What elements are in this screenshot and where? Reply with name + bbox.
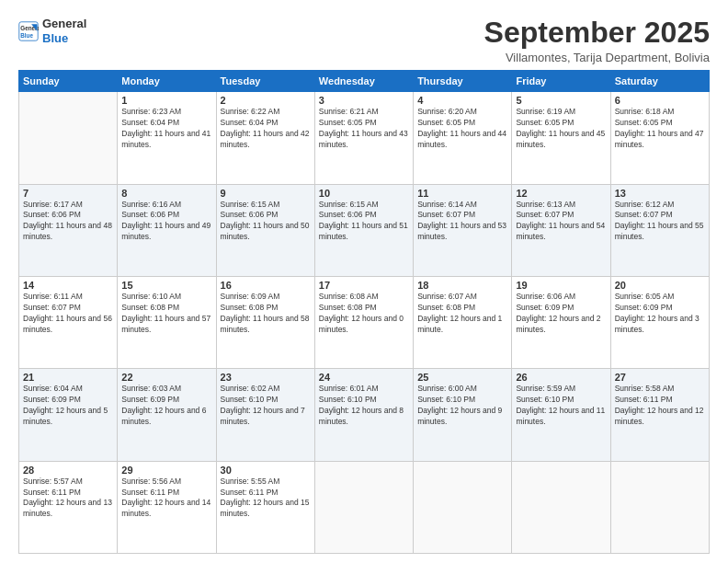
day-info: Sunrise: 6:15 AMSunset: 6:06 PMDaylight:…	[221, 200, 311, 244]
day-number: 21	[23, 372, 113, 383]
logo-text: General Blue	[42, 17, 86, 45]
day-number: 11	[417, 188, 507, 199]
day-number: 29	[121, 465, 211, 476]
day-number: 9	[221, 188, 311, 199]
table-cell: 6Sunrise: 6:18 AMSunset: 6:05 PMDaylight…	[610, 92, 709, 184]
day-info: Sunrise: 6:05 AMSunset: 6:09 PMDaylight:…	[615, 292, 705, 336]
calendar-row: 21Sunrise: 6:04 AMSunset: 6:09 PMDayligh…	[19, 369, 710, 461]
day-info: Sunrise: 6:06 AMSunset: 6:09 PMDaylight:…	[516, 292, 606, 336]
calendar-row: 14Sunrise: 6:11 AMSunset: 6:07 PMDayligh…	[19, 276, 710, 368]
day-info: Sunrise: 6:10 AMSunset: 6:08 PMDaylight:…	[121, 292, 211, 336]
col-saturday: Saturday	[610, 71, 709, 92]
table-cell: 7Sunrise: 6:17 AMSunset: 6:06 PMDaylight…	[19, 184, 118, 276]
day-info: Sunrise: 6:12 AMSunset: 6:07 PMDaylight:…	[615, 200, 705, 244]
day-info: Sunrise: 5:59 AMSunset: 6:10 PMDaylight:…	[516, 384, 606, 428]
day-number: 23	[221, 372, 311, 383]
calendar-table: Sunday Monday Tuesday Wednesday Thursday…	[18, 70, 710, 554]
title-section: September 2025 Villamontes, Tarija Depar…	[484, 17, 710, 64]
subtitle: Villamontes, Tarija Department, Bolivia	[484, 51, 710, 64]
table-cell: 13Sunrise: 6:12 AMSunset: 6:07 PMDayligh…	[610, 184, 709, 276]
day-number: 2	[221, 95, 311, 106]
day-info: Sunrise: 6:21 AMSunset: 6:05 PMDaylight:…	[319, 107, 409, 151]
day-number: 17	[319, 280, 409, 291]
table-cell: 8Sunrise: 6:16 AMSunset: 6:06 PMDaylight…	[118, 184, 216, 276]
table-cell: 26Sunrise: 5:59 AMSunset: 6:10 PMDayligh…	[512, 369, 610, 461]
day-info: Sunrise: 6:09 AMSunset: 6:08 PMDaylight:…	[221, 292, 311, 336]
table-cell: 24Sunrise: 6:01 AMSunset: 6:10 PMDayligh…	[314, 369, 413, 461]
day-number: 30	[221, 465, 311, 476]
day-number: 5	[516, 95, 606, 106]
day-number: 22	[121, 372, 211, 383]
page: General Blue General Blue September 2025…	[0, 0, 728, 563]
col-wednesday: Wednesday	[314, 71, 413, 92]
day-number: 4	[417, 95, 507, 106]
table-cell: 17Sunrise: 6:08 AMSunset: 6:08 PMDayligh…	[314, 276, 413, 368]
day-info: Sunrise: 5:58 AMSunset: 6:11 PMDaylight:…	[615, 384, 705, 428]
table-cell	[414, 461, 512, 553]
table-cell: 5Sunrise: 6:19 AMSunset: 6:05 PMDaylight…	[512, 92, 610, 184]
table-cell: 14Sunrise: 6:11 AMSunset: 6:07 PMDayligh…	[19, 276, 118, 368]
table-cell: 4Sunrise: 6:20 AMSunset: 6:05 PMDaylight…	[414, 92, 512, 184]
month-title: September 2025	[484, 17, 710, 49]
svg-text:Blue: Blue	[20, 32, 33, 39]
table-cell: 29Sunrise: 5:56 AMSunset: 6:11 PMDayligh…	[118, 461, 216, 553]
day-info: Sunrise: 5:57 AMSunset: 6:11 PMDaylight:…	[23, 477, 113, 521]
day-number: 15	[121, 280, 211, 291]
table-cell: 25Sunrise: 6:00 AMSunset: 6:10 PMDayligh…	[414, 369, 512, 461]
table-cell: 9Sunrise: 6:15 AMSunset: 6:06 PMDaylight…	[216, 184, 314, 276]
day-number: 16	[221, 280, 311, 291]
day-number: 27	[615, 372, 705, 383]
table-cell	[512, 461, 610, 553]
table-cell: 23Sunrise: 6:02 AMSunset: 6:10 PMDayligh…	[216, 369, 314, 461]
col-monday: Monday	[118, 71, 216, 92]
day-info: Sunrise: 6:07 AMSunset: 6:08 PMDaylight:…	[417, 292, 507, 336]
table-cell: 19Sunrise: 6:06 AMSunset: 6:09 PMDayligh…	[512, 276, 610, 368]
day-info: Sunrise: 6:02 AMSunset: 6:10 PMDaylight:…	[221, 384, 311, 428]
day-info: Sunrise: 6:08 AMSunset: 6:08 PMDaylight:…	[319, 292, 409, 336]
day-info: Sunrise: 6:04 AMSunset: 6:09 PMDaylight:…	[23, 384, 113, 428]
day-info: Sunrise: 5:55 AMSunset: 6:11 PMDaylight:…	[221, 477, 311, 521]
day-info: Sunrise: 6:14 AMSunset: 6:07 PMDaylight:…	[417, 200, 507, 244]
day-info: Sunrise: 6:17 AMSunset: 6:06 PMDaylight:…	[23, 200, 113, 244]
table-cell: 22Sunrise: 6:03 AMSunset: 6:09 PMDayligh…	[118, 369, 216, 461]
table-cell	[314, 461, 413, 553]
day-number: 26	[516, 372, 606, 383]
table-cell: 10Sunrise: 6:15 AMSunset: 6:06 PMDayligh…	[314, 184, 413, 276]
logo-line2: Blue	[42, 31, 68, 45]
day-number: 24	[319, 372, 409, 383]
day-number: 3	[319, 95, 409, 106]
calendar-row: 28Sunrise: 5:57 AMSunset: 6:11 PMDayligh…	[19, 461, 710, 553]
day-info: Sunrise: 6:19 AMSunset: 6:05 PMDaylight:…	[516, 107, 606, 151]
header: General Blue General Blue September 2025…	[18, 17, 710, 64]
day-info: Sunrise: 6:01 AMSunset: 6:10 PMDaylight:…	[319, 384, 409, 428]
calendar-row: 1Sunrise: 6:23 AMSunset: 6:04 PMDaylight…	[19, 92, 710, 184]
day-number: 14	[23, 280, 113, 291]
day-info: Sunrise: 6:18 AMSunset: 6:05 PMDaylight:…	[615, 107, 705, 151]
day-number: 13	[615, 188, 705, 199]
table-cell: 2Sunrise: 6:22 AMSunset: 6:04 PMDaylight…	[216, 92, 314, 184]
table-cell: 27Sunrise: 5:58 AMSunset: 6:11 PMDayligh…	[610, 369, 709, 461]
day-number: 28	[23, 465, 113, 476]
day-info: Sunrise: 5:56 AMSunset: 6:11 PMDaylight:…	[121, 477, 211, 521]
logo-line1: General	[42, 17, 86, 31]
day-info: Sunrise: 6:20 AMSunset: 6:05 PMDaylight:…	[417, 107, 507, 151]
day-number: 7	[23, 188, 113, 199]
table-cell: 12Sunrise: 6:13 AMSunset: 6:07 PMDayligh…	[512, 184, 610, 276]
table-cell: 20Sunrise: 6:05 AMSunset: 6:09 PMDayligh…	[610, 276, 709, 368]
day-number: 25	[417, 372, 507, 383]
calendar-header-row: Sunday Monday Tuesday Wednesday Thursday…	[19, 71, 710, 92]
day-number: 19	[516, 280, 606, 291]
col-friday: Friday	[512, 71, 610, 92]
day-number: 10	[319, 188, 409, 199]
table-cell: 11Sunrise: 6:14 AMSunset: 6:07 PMDayligh…	[414, 184, 512, 276]
day-info: Sunrise: 6:11 AMSunset: 6:07 PMDaylight:…	[23, 292, 113, 336]
day-number: 12	[516, 188, 606, 199]
table-cell: 21Sunrise: 6:04 AMSunset: 6:09 PMDayligh…	[19, 369, 118, 461]
logo: General Blue General Blue	[18, 17, 86, 45]
table-cell	[610, 461, 709, 553]
col-sunday: Sunday	[19, 71, 118, 92]
table-cell: 28Sunrise: 5:57 AMSunset: 6:11 PMDayligh…	[19, 461, 118, 553]
day-info: Sunrise: 6:13 AMSunset: 6:07 PMDaylight:…	[516, 200, 606, 244]
day-info: Sunrise: 6:22 AMSunset: 6:04 PMDaylight:…	[221, 107, 311, 151]
col-tuesday: Tuesday	[216, 71, 314, 92]
